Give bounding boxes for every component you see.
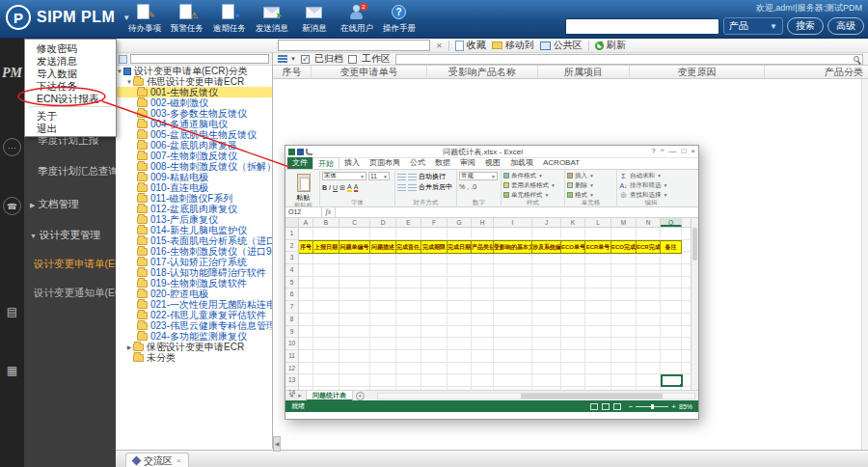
style-button[interactable]: 单元格样式 ▼ xyxy=(503,191,562,199)
sidebar-item-eco[interactable]: 设计变更通知单(ECO) xyxy=(24,283,116,304)
page-break-icon[interactable] xyxy=(613,403,621,410)
formula-input[interactable] xyxy=(336,207,698,217)
ribbon-tab[interactable]: 审阅 xyxy=(455,157,480,169)
zoom-in-button[interactable]: + xyxy=(671,402,676,411)
header-cell[interactable]: 完成日期 xyxy=(448,241,472,253)
row-header[interactable]: 3 xyxy=(285,252,298,264)
menu-item-about[interactable]: 关于 xyxy=(25,109,116,122)
ribbon-tab[interactable]: 页面布局 xyxy=(365,157,405,169)
align-center-icon[interactable] xyxy=(408,184,417,191)
scroll-thumb[interactable] xyxy=(521,394,664,398)
header-cell[interactable]: 问题描述 xyxy=(370,241,396,253)
column-header[interactable]: H xyxy=(472,218,494,227)
zoom-slider[interactable] xyxy=(636,406,668,407)
tree-filter-input[interactable] xyxy=(130,54,269,64)
select-all-corner[interactable] xyxy=(285,218,299,227)
excel-vertical-scrollbar[interactable] xyxy=(691,218,698,390)
page-layout-icon[interactable] xyxy=(602,403,610,410)
style-button[interactable]: 条件格式 ▼ xyxy=(503,172,562,179)
row-header[interactable]: 5 xyxy=(285,277,298,289)
font-name-select[interactable]: 宋体▼ xyxy=(322,172,366,180)
workspace-checkbox[interactable] xyxy=(348,55,357,64)
quick-filter-input[interactable] xyxy=(278,40,430,51)
chevron-down-icon[interactable]: ▼ xyxy=(290,56,296,62)
italic-button[interactable]: I xyxy=(329,184,331,191)
header-cell[interactable]: 受影响的基本文档 xyxy=(494,241,532,253)
header-cell[interactable]: ECR完成时间 xyxy=(637,241,661,253)
column-header[interactable]: I xyxy=(494,218,532,227)
zoom-out-button[interactable]: − xyxy=(629,402,634,411)
align-top-icon[interactable] xyxy=(397,174,406,180)
column-header[interactable]: F xyxy=(421,218,448,227)
save-icon[interactable] xyxy=(297,149,304,155)
ribbon-tab[interactable]: 开始 xyxy=(312,157,339,169)
column-header[interactable]: M xyxy=(611,218,637,227)
ribbon-tab[interactable]: 视图 xyxy=(480,157,505,169)
merge-center-button[interactable]: 合并后居中 xyxy=(419,183,452,191)
search-button[interactable]: 搜索 xyxy=(787,17,824,35)
favorite-button[interactable]: 收藏 xyxy=(455,39,486,52)
editing-button[interactable]: Σ 自动求和 ▼ xyxy=(619,172,683,179)
header-cell[interactable]: 序号 xyxy=(299,241,313,253)
header-cell[interactable]: 涉及系统编号 xyxy=(532,241,561,253)
help-manual-button[interactable]: ? 操作手册 xyxy=(378,3,420,35)
public-area-button[interactable]: 公共区 xyxy=(540,39,583,52)
refresh-button[interactable]: 刷新 xyxy=(595,39,626,52)
column-header[interactable]: J xyxy=(532,218,561,227)
tree-unclassified[interactable]: 未分类 xyxy=(116,352,272,363)
chevron-down-icon[interactable]: ▼ xyxy=(116,69,123,74)
header-cell[interactable]: ECO单号 xyxy=(561,241,585,253)
column-header[interactable]: L xyxy=(585,218,611,227)
table-column-header[interactable]: 变更原因 xyxy=(630,66,765,78)
close-icon[interactable]: × xyxy=(176,456,181,465)
cells-button[interactable]: 删除 ▼ xyxy=(567,181,614,189)
new-message-button[interactable]: 新消息 xyxy=(293,3,336,35)
table-column-header[interactable]: 受影响产品名称 xyxy=(427,66,538,78)
support-icon[interactable]: ☎ xyxy=(3,197,21,215)
collapse-all-icon[interactable] xyxy=(119,55,127,64)
book-icon[interactable]: ▤ xyxy=(3,302,21,320)
table-search-input[interactable] xyxy=(395,54,863,65)
contact-card-icon[interactable]: ▦ xyxy=(3,361,21,379)
scroll-thumb[interactable] xyxy=(692,228,697,261)
sidebar-group-documents[interactable]: ▶文档管理 xyxy=(24,194,116,215)
header-cell[interactable]: 完成期限 xyxy=(421,241,448,253)
header-cell[interactable]: 产品类别 xyxy=(472,241,494,253)
chat-icon[interactable]: ··· xyxy=(3,138,21,156)
sidebar-item-quarter-summary[interactable]: 季度计划汇总查询 xyxy=(24,161,116,182)
column-header[interactable]: C xyxy=(339,218,370,227)
name-box[interactable]: O12 xyxy=(285,207,322,217)
row-header[interactable]: 13 xyxy=(285,374,298,387)
row-header[interactable]: 8 xyxy=(285,314,298,326)
todo-tasks-button[interactable]: ✎ 待办事项 xyxy=(123,3,166,35)
fill-color-button[interactable]: A xyxy=(347,183,352,192)
column-header[interactable]: E xyxy=(396,218,421,227)
paste-button[interactable]: 粘贴 xyxy=(289,172,317,202)
search-category-select[interactable]: 产品▼ xyxy=(723,17,783,35)
borders-button[interactable]: ⊞ xyxy=(339,184,345,192)
ribbon-tab[interactable]: 加载项 xyxy=(505,157,538,169)
tree-group-secret[interactable]: ▶ 保密设计变更申请ECR xyxy=(116,342,272,352)
ribbon-tab[interactable]: 公式 xyxy=(405,157,430,169)
comma-style-button[interactable]: , xyxy=(467,183,469,190)
row-header[interactable]: 6 xyxy=(285,288,298,301)
window-control-button[interactable]: × xyxy=(691,147,695,156)
chevron-right-icon[interactable]: ▶ xyxy=(125,343,133,350)
fx-icon[interactable]: fx xyxy=(322,207,336,217)
window-control-button[interactable]: ? xyxy=(651,147,655,156)
menu-item-ecn-report[interactable]: ECN设计报表 xyxy=(25,92,116,104)
table-column-header[interactable]: 序号 xyxy=(273,66,312,78)
list-menu-icon[interactable] xyxy=(278,55,287,63)
send-message-button[interactable]: ➤ 发送消息 xyxy=(251,3,293,35)
excel-horizontal-scrollbar[interactable] xyxy=(377,393,695,399)
app-logo[interactable]: P SIPM PLM ▼ xyxy=(6,5,130,30)
chevron-down-icon[interactable]: ▼ xyxy=(125,79,133,85)
advanced-search-button[interactable]: 高级 xyxy=(827,17,864,35)
column-header[interactable]: B xyxy=(313,218,339,227)
sheet-tab[interactable]: 问题统计表 xyxy=(306,391,353,401)
cells-button[interactable]: 格式 ▼ xyxy=(567,191,614,199)
editing-button[interactable]: ◎ 查找和选择 ▼ xyxy=(619,191,683,199)
window-control-button[interactable]: — xyxy=(668,147,676,156)
column-header[interactable]: O xyxy=(661,218,682,227)
selected-cell[interactable] xyxy=(661,374,683,387)
